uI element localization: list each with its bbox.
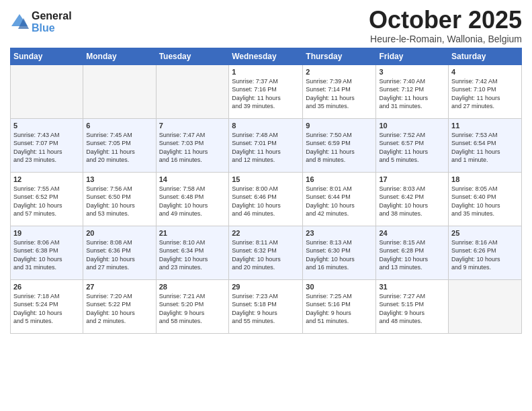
table-row: 8Sunrise: 7:48 AMSunset: 7:01 PMDaylight…: [229, 118, 303, 172]
table-row: 4Sunrise: 7:42 AMSunset: 7:10 PMDaylight…: [449, 64, 522, 118]
col-tuesday: Tuesday: [156, 48, 229, 64]
calendar-table: Sunday Monday Tuesday Wednesday Thursday…: [10, 48, 522, 334]
logo-icon: [10, 13, 29, 32]
table-row: 5Sunrise: 7:43 AMSunset: 7:07 PMDaylight…: [11, 118, 83, 172]
day-info: Sunrise: 7:21 AMSunset: 5:20 PMDaylight:…: [159, 292, 226, 326]
day-info: Sunrise: 7:56 AMSunset: 6:50 PMDaylight:…: [86, 185, 152, 218]
day-info: Sunrise: 7:40 AMSunset: 7:12 PMDaylight:…: [379, 77, 445, 111]
day-number: 12: [13, 175, 80, 183]
day-number: 11: [451, 122, 519, 130]
table-row: 19Sunrise: 8:06 AMSunset: 6:38 PMDayligh…: [11, 226, 83, 279]
table-row: 16Sunrise: 8:01 AMSunset: 6:44 PMDayligh…: [303, 172, 376, 226]
day-number: 25: [451, 229, 519, 237]
day-info: Sunrise: 8:06 AMSunset: 6:38 PMDaylight:…: [13, 238, 80, 272]
header: General Blue October 2025 Heure-le-Romai…: [10, 7, 522, 44]
table-row: 10Sunrise: 7:52 AMSunset: 6:57 PMDayligh…: [376, 118, 449, 172]
table-row: 6Sunrise: 7:45 AMSunset: 7:05 PMDaylight…: [83, 118, 156, 172]
col-sunday: Sunday: [11, 48, 83, 64]
day-number: 8: [232, 122, 300, 130]
logo: General Blue: [10, 10, 72, 34]
table-row: 2Sunrise: 7:39 AMSunset: 7:14 PMDaylight…: [303, 64, 376, 118]
table-row: 23Sunrise: 8:13 AMSunset: 6:30 PMDayligh…: [303, 226, 376, 279]
day-info: Sunrise: 7:23 AMSunset: 5:18 PMDaylight:…: [232, 292, 300, 326]
col-monday: Monday: [83, 48, 156, 64]
table-row: [449, 279, 522, 333]
table-row: [83, 64, 156, 118]
table-row: 27Sunrise: 7:20 AMSunset: 5:22 PMDayligh…: [83, 279, 156, 333]
day-info: Sunrise: 7:43 AMSunset: 7:07 PMDaylight:…: [13, 131, 80, 165]
day-info: Sunrise: 8:05 AMSunset: 6:40 PMDaylight:…: [451, 185, 519, 218]
day-number: 27: [86, 283, 152, 291]
day-number: 9: [306, 122, 373, 130]
calendar-week-row: 12Sunrise: 7:55 AMSunset: 6:52 PMDayligh…: [11, 172, 522, 226]
table-row: 25Sunrise: 8:16 AMSunset: 6:26 PMDayligh…: [449, 226, 522, 279]
day-number: 24: [379, 229, 445, 237]
table-row: 15Sunrise: 8:00 AMSunset: 6:46 PMDayligh…: [229, 172, 303, 226]
day-info: Sunrise: 7:27 AMSunset: 5:15 PMDaylight:…: [379, 292, 445, 326]
calendar-week-row: 26Sunrise: 7:18 AMSunset: 5:24 PMDayligh…: [11, 279, 522, 333]
table-row: 9Sunrise: 7:50 AMSunset: 6:59 PMDaylight…: [303, 118, 376, 172]
day-number: 31: [379, 283, 445, 291]
day-info: Sunrise: 8:01 AMSunset: 6:44 PMDaylight:…: [306, 185, 373, 218]
table-row: 14Sunrise: 7:58 AMSunset: 6:48 PMDayligh…: [156, 172, 229, 226]
day-number: 29: [232, 283, 300, 291]
table-row: 3Sunrise: 7:40 AMSunset: 7:12 PMDaylight…: [376, 64, 449, 118]
table-row: 7Sunrise: 7:47 AMSunset: 7:03 PMDaylight…: [156, 118, 229, 172]
calendar-week-row: 1Sunrise: 7:37 AMSunset: 7:16 PMDaylight…: [11, 64, 522, 118]
day-info: Sunrise: 8:00 AMSunset: 6:46 PMDaylight:…: [232, 185, 300, 218]
day-info: Sunrise: 7:53 AMSunset: 6:54 PMDaylight:…: [451, 131, 519, 165]
logo-text-general: General: [32, 10, 72, 22]
table-row: 17Sunrise: 8:03 AMSunset: 6:42 PMDayligh…: [376, 172, 449, 226]
table-row: 28Sunrise: 7:21 AMSunset: 5:20 PMDayligh…: [156, 279, 229, 333]
table-row: 31Sunrise: 7:27 AMSunset: 5:15 PMDayligh…: [376, 279, 449, 333]
day-info: Sunrise: 7:52 AMSunset: 6:57 PMDaylight:…: [379, 131, 445, 165]
day-number: 1: [232, 68, 300, 76]
day-number: 23: [306, 229, 373, 237]
day-info: Sunrise: 7:39 AMSunset: 7:14 PMDaylight:…: [306, 77, 373, 111]
day-number: 7: [159, 122, 226, 130]
title-block: October 2025 Heure-le-Romain, Wallonia, …: [369, 7, 522, 44]
day-number: 28: [159, 283, 226, 291]
day-number: 15: [232, 175, 300, 183]
table-row: 22Sunrise: 8:11 AMSunset: 6:32 PMDayligh…: [229, 226, 303, 279]
day-number: 14: [159, 175, 226, 183]
table-row: 21Sunrise: 8:10 AMSunset: 6:34 PMDayligh…: [156, 226, 229, 279]
day-number: 18: [451, 175, 519, 183]
day-number: 21: [159, 229, 226, 237]
day-number: 16: [306, 175, 373, 183]
day-info: Sunrise: 7:47 AMSunset: 7:03 PMDaylight:…: [159, 131, 226, 165]
day-info: Sunrise: 7:55 AMSunset: 6:52 PMDaylight:…: [13, 185, 80, 218]
day-info: Sunrise: 7:45 AMSunset: 7:05 PMDaylight:…: [86, 131, 152, 165]
day-number: 6: [86, 122, 152, 130]
day-info: Sunrise: 7:42 AMSunset: 7:10 PMDaylight:…: [451, 77, 519, 111]
table-row: 29Sunrise: 7:23 AMSunset: 5:18 PMDayligh…: [229, 279, 303, 333]
day-info: Sunrise: 8:11 AMSunset: 6:32 PMDaylight:…: [232, 238, 300, 272]
day-number: 5: [13, 122, 80, 130]
table-row: 18Sunrise: 8:05 AMSunset: 6:40 PMDayligh…: [449, 172, 522, 226]
table-row: 30Sunrise: 7:25 AMSunset: 5:16 PMDayligh…: [303, 279, 376, 333]
col-friday: Friday: [376, 48, 449, 64]
table-row: 26Sunrise: 7:18 AMSunset: 5:24 PMDayligh…: [11, 279, 83, 333]
page-container: General Blue October 2025 Heure-le-Romai…: [0, 0, 532, 337]
table-row: 24Sunrise: 8:15 AMSunset: 6:28 PMDayligh…: [376, 226, 449, 279]
day-info: Sunrise: 8:16 AMSunset: 6:26 PMDaylight:…: [451, 238, 519, 272]
logo-text-blue: Blue: [32, 22, 72, 34]
day-number: 2: [306, 68, 373, 76]
table-row: 1Sunrise: 7:37 AMSunset: 7:16 PMDaylight…: [229, 64, 303, 118]
day-info: Sunrise: 8:15 AMSunset: 6:28 PMDaylight:…: [379, 238, 445, 272]
table-row: 12Sunrise: 7:55 AMSunset: 6:52 PMDayligh…: [11, 172, 83, 226]
col-thursday: Thursday: [303, 48, 376, 64]
day-info: Sunrise: 7:25 AMSunset: 5:16 PMDaylight:…: [306, 292, 373, 326]
day-number: 22: [232, 229, 300, 237]
day-number: 26: [13, 283, 80, 291]
day-info: Sunrise: 8:08 AMSunset: 6:36 PMDaylight:…: [86, 238, 152, 272]
table-row: [156, 64, 229, 118]
table-row: 20Sunrise: 8:08 AMSunset: 6:36 PMDayligh…: [83, 226, 156, 279]
day-number: 19: [13, 229, 80, 237]
calendar-week-row: 5Sunrise: 7:43 AMSunset: 7:07 PMDaylight…: [11, 118, 522, 172]
day-number: 20: [86, 229, 152, 237]
day-info: Sunrise: 8:10 AMSunset: 6:34 PMDaylight:…: [159, 238, 226, 272]
day-number: 13: [86, 175, 152, 183]
day-info: Sunrise: 8:13 AMSunset: 6:30 PMDaylight:…: [306, 238, 373, 272]
day-info: Sunrise: 7:48 AMSunset: 7:01 PMDaylight:…: [232, 131, 300, 165]
